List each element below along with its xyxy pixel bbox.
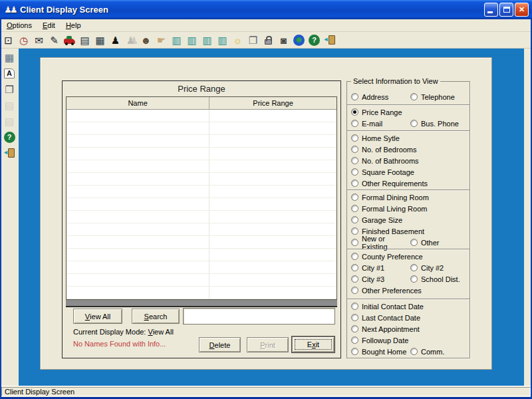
clock-icon[interactable]: ◷ — [17, 33, 31, 47]
minimize-button[interactable] — [484, 3, 498, 17]
door-window-icon[interactable]: ▥ — [170, 33, 184, 47]
radio-city-2[interactable]: City #2 — [410, 264, 444, 272]
menu-help[interactable]: Help — [62, 20, 88, 31]
radio-square-footage[interactable]: Square Footage — [351, 168, 414, 176]
column-header-name[interactable]: Name — [66, 97, 209, 109]
menu-options[interactable]: Options — [3, 20, 39, 31]
radio-garage-size[interactable]: Garage Size — [351, 216, 402, 224]
radio-button-icon — [351, 287, 358, 294]
print-button[interactable]: Print — [247, 337, 289, 352]
radio-home-sytle[interactable]: Home Sytle — [351, 134, 400, 142]
table-row[interactable] — [66, 236, 336, 249]
table-row[interactable] — [66, 274, 336, 287]
radio-formal-dining-room[interactable]: Formal Dining Room — [351, 194, 429, 201]
table-row[interactable] — [66, 173, 336, 186]
radio-school-dist[interactable]: School Dist. — [410, 275, 460, 283]
help-icon[interactable]: ? — [3, 130, 17, 144]
cell-price-range — [209, 211, 336, 223]
people-disabled-icon[interactable]: ♟ — [124, 33, 138, 47]
radio-label: Bus. Phone — [421, 120, 459, 128]
radio-formal-living-room[interactable]: Formal Living Room — [351, 205, 427, 213]
search-button[interactable]: Search — [132, 309, 180, 324]
delete-button[interactable]: Delete — [199, 337, 241, 352]
table-row[interactable] — [66, 287, 336, 299]
hand-icon[interactable]: ☛ — [154, 33, 168, 47]
radio-new-or-existing[interactable]: New or Existing — [351, 235, 410, 251]
radio-comm[interactable]: Comm. — [410, 348, 444, 356]
clipboard-icon[interactable]: ❐ — [3, 82, 17, 96]
exit-door-icon[interactable] — [3, 146, 17, 160]
screen-disabled-icon[interactable]: ▤ — [3, 114, 17, 128]
radio-telephone[interactable]: Telephone — [410, 93, 455, 101]
door-window-icon[interactable]: ▥ — [215, 33, 229, 47]
column-header-price-range[interactable]: Price Range — [209, 97, 336, 109]
table-row[interactable] — [66, 122, 336, 135]
radio-button-icon — [351, 93, 358, 100]
radio-county-preference[interactable]: County Preference — [351, 253, 423, 261]
radio-other-preferences[interactable]: Other Preferences — [351, 287, 422, 295]
screen-disabled-icon[interactable]: ▤ — [3, 98, 17, 112]
radio-next-appointment[interactable]: Next Appointment — [351, 325, 420, 333]
search-input[interactable] — [183, 308, 335, 325]
option-group-3: Home SytleNo. of BedroomsNo. of Bathroom… — [346, 130, 470, 190]
table-row[interactable] — [66, 186, 336, 198]
radio-label: E-mail — [362, 120, 382, 128]
lightbulb-icon[interactable]: ☼ — [231, 33, 245, 47]
font-icon[interactable]: A — [3, 66, 17, 80]
radio-e-mail[interactable]: E-mail — [351, 120, 382, 128]
table-row[interactable] — [66, 198, 336, 211]
radio-label: Initial Contact Date — [362, 303, 424, 311]
radio-no-of-bedrooms[interactable]: No. of Bedrooms — [351, 146, 417, 154]
table-row[interactable] — [66, 135, 336, 148]
radio-other-requirements[interactable]: Other Requirements — [351, 180, 428, 188]
option-group-1: Select Information to ViewAddressTelepho… — [346, 81, 470, 105]
radio-last-contact-date[interactable]: Last Contact Date — [351, 314, 420, 322]
door-window-icon[interactable]: ▥ — [200, 33, 214, 47]
table-row[interactable] — [66, 249, 336, 261]
table-row[interactable] — [66, 223, 336, 236]
grid-icon[interactable]: ▦ — [3, 51, 17, 65]
papers-icon[interactable]: ❐ — [246, 33, 260, 47]
help-icon[interactable]: ? — [307, 33, 321, 47]
person-icon[interactable]: ♟ — [108, 33, 122, 47]
envelope-icon[interactable]: ✉ — [32, 33, 46, 47]
face-icon[interactable]: ☻ — [139, 33, 153, 47]
report-icon[interactable]: ▦ — [93, 33, 107, 47]
maximize-button[interactable] — [499, 3, 513, 17]
menu-edit[interactable]: Edit — [39, 20, 62, 31]
radio-initial-contact-date[interactable]: Initial Contact Date — [351, 303, 424, 311]
cell-name — [66, 236, 209, 248]
exit-button[interactable]: Exit — [292, 336, 334, 352]
radio-button-icon — [351, 275, 358, 283]
table-row[interactable] — [66, 148, 336, 160]
table-row[interactable] — [66, 211, 336, 223]
table-row[interactable] — [66, 261, 336, 274]
view-all-button[interactable]: View All — [73, 309, 122, 324]
radio-label: City #1 — [362, 264, 384, 272]
computer-icon[interactable]: ⊡ — [1, 33, 15, 47]
camera-icon[interactable]: ◙ — [277, 33, 291, 47]
radio-bought-home[interactable]: Bought Home — [351, 348, 406, 356]
radio-price-range[interactable]: Price Range — [351, 108, 402, 116]
radio-bus-phone[interactable]: Bus. Phone — [410, 120, 459, 128]
notepad-icon[interactable]: ▤ — [78, 33, 92, 47]
radio-button-icon — [351, 336, 358, 344]
radio-no-of-bathrooms[interactable]: No. of Bathrooms — [351, 157, 419, 165]
radio-city-3[interactable]: City #3 — [351, 275, 384, 283]
car-icon[interactable] — [63, 33, 76, 47]
globe-icon[interactable]: ❋ — [292, 33, 306, 47]
radio-other[interactable]: Other — [410, 239, 440, 247]
table-row[interactable] — [66, 160, 336, 173]
horizontal-scrollbar[interactable] — [66, 300, 337, 307]
close-button[interactable]: ✕ — [515, 3, 529, 17]
radio-address[interactable]: Address — [351, 93, 388, 101]
radio-city-1[interactable]: City #1 — [351, 264, 384, 272]
radio-followup-date[interactable]: Followup Date — [351, 336, 408, 344]
table-row[interactable] — [66, 110, 336, 122]
notes-icon[interactable]: ✎ — [47, 33, 61, 47]
radio-button-icon — [351, 348, 358, 355]
exit-door-icon[interactable] — [323, 33, 336, 47]
lock-icon[interactable] — [261, 33, 275, 47]
door-window-icon[interactable]: ▥ — [185, 33, 199, 47]
app-window: ♟♟ Client Display Screen ✕ OptionsEditHe… — [0, 0, 532, 399]
